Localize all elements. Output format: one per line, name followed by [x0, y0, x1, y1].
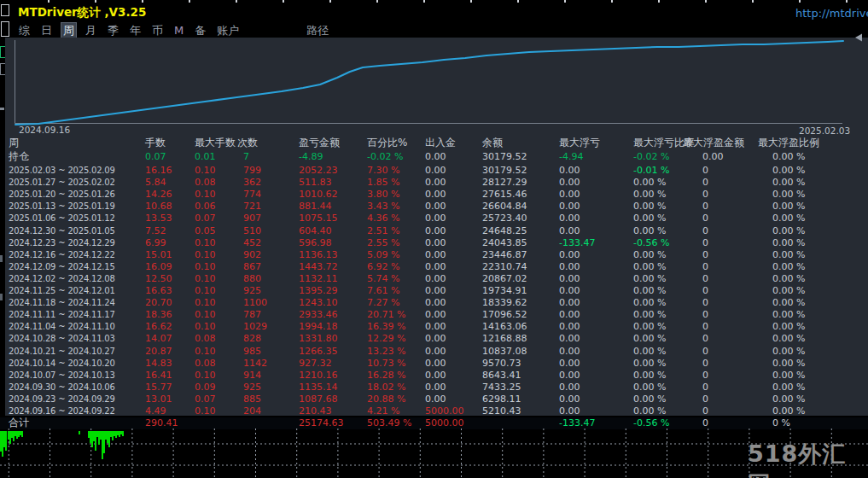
cell-max_float_profit_pct: 0.00 % [772, 165, 805, 176]
column-header-balance: 余额 [482, 137, 503, 149]
cell-profit: 596.98 [299, 237, 332, 248]
cell-max_drawdown_pct: 0.00 % [633, 249, 666, 260]
cell-max_float_profit: 0 [702, 237, 708, 248]
cell-balance: 22310.74 [482, 261, 527, 272]
cell-max_float_profit: 0 [702, 382, 708, 393]
table-row-2024.10.07: 2024.10.07 ~ 2024.10.1316.410.109141210.… [0, 370, 868, 382]
cell-trades: 787 [243, 309, 261, 320]
cell-max_drawdown: 0.00 [559, 285, 580, 296]
cell-max_float_profit: 0 [702, 273, 708, 284]
row-label: 2024.10.28 ~ 2024.11.03 [9, 333, 115, 344]
column-header-max_lots: 最大手数 [195, 137, 236, 149]
cell-balance: 25723.40 [482, 213, 527, 224]
cell-max_float_profit_pct: 0.00 % [772, 261, 805, 272]
cell-max_float_profit_pct: 0.00 % [772, 393, 805, 405]
cell-max_lots: 0.10 [195, 370, 216, 381]
cell-max_lots: 0.01 [195, 151, 216, 162]
cell-lots: 18.36 [145, 309, 172, 320]
cell-max_float_profit_pct: 0.00 % [772, 151, 805, 162]
row-label: 2024.12.16 ~ 2024.12.22 [9, 249, 115, 260]
table-row-2024.11.11: 2024.11.11 ~ 2024.11.1718.360.107872933.… [0, 309, 868, 321]
cell-trades: 799 [243, 165, 261, 176]
cell-max_lots: 0.10 [195, 237, 216, 248]
cell-max_drawdown_pct: 0.00 % [633, 393, 666, 405]
cell-profit: 1010.62 [299, 189, 338, 200]
row-label: 2024.12.30 ~ 2025.01.05 [9, 225, 115, 236]
row-label: 2024.12.09 ~ 2024.12.15 [9, 261, 115, 272]
cell-max_drawdown: 0.00 [559, 225, 580, 236]
cell-max_drawdown: -133.47 [559, 237, 595, 248]
cell-balance: 10837.08 [482, 346, 527, 357]
cell-max_drawdown: 0.00 [559, 393, 580, 405]
cell-max_drawdown: 0.00 [559, 213, 580, 224]
cell-profit: 2933.46 [299, 309, 338, 320]
cell-max_float_profit: 0 [702, 213, 708, 224]
cell-max_drawdown_pct: 0.00 % [633, 201, 666, 212]
cell-max_lots: 0.05 [195, 225, 216, 236]
table-row-2025.01.27: 2025.01.27 ~ 2025.02.025.840.08362511.83… [0, 177, 868, 189]
drawdown-chart [0, 415, 868, 478]
cell-max_lots: 0.10 [195, 273, 216, 284]
cell-deposit: 0.00 [425, 393, 446, 405]
cell-max_float_profit_pct: 0.00 % [772, 213, 805, 224]
cell-deposit: 0.00 [425, 370, 446, 381]
column-header-percent: 百分比% [367, 137, 407, 149]
cell-max_lots: 0.10 [195, 297, 216, 308]
cell-max_float_profit_pct: 0.00 % [772, 273, 805, 284]
cell-max_float_profit: 0 [702, 370, 708, 381]
row-label: 2025.01.27 ~ 2025.02.02 [9, 177, 115, 188]
cell-percent: 16.28 % [367, 370, 405, 381]
cell-profit: 927.32 [299, 358, 332, 369]
row-label: 2024.11.25 ~ 2024.12.01 [9, 285, 115, 296]
watermark: 518外汇网 [748, 439, 868, 478]
table-header-row: 周手数最大手数次数盈亏金额百分比%出入金余额最大浮亏最大浮亏比率最大浮盈金额最大… [0, 137, 868, 149]
cell-max_float_profit_pct: 0.00 % [772, 177, 805, 188]
cell-profit: 1210.16 [299, 370, 338, 381]
cell-max_drawdown_pct: -0.01 % [633, 165, 669, 176]
cell-max_float_profit_pct: 0.00 % [772, 333, 805, 344]
table-row-2025.01.20: 2025.01.20 ~ 2025.01.2614.260.107741010.… [0, 189, 868, 201]
cell-max_drawdown: 0.00 [559, 370, 580, 381]
cell-trades: 985 [243, 346, 261, 357]
cell-deposit: 0.00 [425, 346, 446, 357]
column-header-max_float_profit: 最大浮盈金额 [683, 137, 744, 149]
cell-max_float_profit: 0 [702, 346, 708, 357]
cell-trades: 907 [243, 213, 261, 224]
table-row-2024.10.21: 2024.10.21 ~ 2024.10.2720.870.109851266.… [0, 346, 868, 358]
cell-max_drawdown_pct: -0.02 % [633, 151, 669, 162]
cell-max_drawdown_pct: 0.00 % [633, 382, 666, 393]
cell-max_float_profit_pct: 0.00 % [772, 297, 805, 308]
cell-max_drawdown_pct: 0.00 % [633, 189, 666, 200]
cell-trades: 1100 [243, 297, 267, 308]
cell-max_float_profit: 0 [702, 358, 708, 369]
cell-trades: 925 [243, 382, 261, 393]
cell-max_lots: 0.10 [195, 249, 216, 260]
cell-profit: 1994.18 [299, 321, 338, 332]
cell-max_float_profit_pct: 0.00 % [772, 189, 805, 200]
cell-max_drawdown_pct: 0.00 % [633, 333, 666, 344]
column-header-trades: 次数 [237, 137, 258, 149]
cell-percent: -0.02 % [367, 151, 403, 162]
cell-percent: 13.23 % [367, 346, 405, 357]
cell-deposit: 0.00 [425, 189, 446, 200]
row-label: 2024.11.18 ~ 2024.11.24 [9, 297, 115, 308]
cell-percent: 7.27 % [367, 297, 399, 308]
cell-trades: 914 [243, 370, 261, 381]
cell-lots: 7.52 [145, 225, 166, 236]
cell-percent: 7.30 % [367, 165, 399, 176]
cell-max_drawdown: 0.00 [559, 177, 580, 188]
cell-trades: 774 [243, 189, 261, 200]
cell-balance: 20867.02 [482, 273, 527, 284]
cell-max_float_profit: 0 [702, 249, 708, 260]
cell-profit: 1136.13 [299, 249, 338, 260]
cell-lots: 13.53 [145, 213, 172, 224]
cell-trades: 828 [243, 333, 261, 344]
cell-max_drawdown_pct: 0.00 % [633, 285, 666, 296]
table-row-2024.09.23: 2024.09.23 ~ 2024.09.2913.010.078851087.… [0, 393, 868, 405]
row-label: 2024.09.30 ~ 2024.10.06 [9, 382, 115, 393]
cell-profit: 1243.10 [299, 297, 338, 308]
cell-profit: -4.89 [299, 151, 323, 162]
cell-profit: 511.83 [299, 177, 332, 188]
cell-max_lots: 0.06 [195, 201, 216, 212]
cell-profit: 1135.14 [299, 382, 338, 393]
